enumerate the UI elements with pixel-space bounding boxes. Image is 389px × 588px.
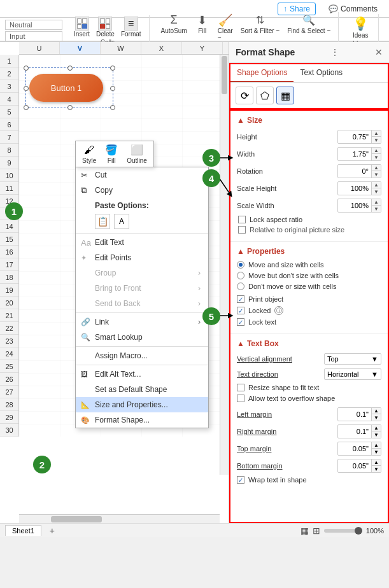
cm-send-back[interactable]: Send to Back › (76, 296, 208, 311)
cm-cut[interactable]: ✂ Cut (76, 167, 208, 183)
locked-checkbox[interactable]: ✓ (237, 307, 244, 314)
top-margin-field[interactable]: ▲ ▼ (337, 442, 381, 456)
locked-info-icon[interactable]: ⓘ (274, 306, 283, 315)
top-margin-up[interactable]: ▲ (372, 442, 381, 449)
width-spin-up[interactable]: ▲ (372, 148, 381, 154)
top-margin-input[interactable] (338, 444, 371, 454)
scale-height-field[interactable]: ▲ ▼ (337, 181, 381, 195)
height-spin-up[interactable]: ▲ (372, 130, 381, 137)
style-button[interactable]: 🖌 Style (82, 144, 96, 164)
print-object-checkbox[interactable]: ✓ (237, 295, 244, 303)
relative-original-checkbox[interactable] (238, 226, 246, 234)
row-num-1: 1 (0, 55, 18, 67)
outline-button[interactable]: ⬜ Outline (127, 144, 147, 164)
size-section-title[interactable]: ▲ Size (237, 116, 381, 125)
vertical-alignment-select[interactable]: Top ▼ (324, 353, 381, 365)
left-margin-input[interactable] (338, 409, 371, 419)
rotation-field[interactable]: ▲ ▼ (337, 164, 381, 178)
right-margin-field[interactable]: ▲ ▼ (337, 424, 381, 438)
zoom-slider[interactable] (324, 529, 362, 533)
cm-format-shape[interactable]: 🎨 Format Shape... (76, 412, 208, 428)
textbox-section-title[interactable]: ▲ Text Box (237, 339, 381, 348)
bottom-margin-input[interactable] (338, 461, 371, 471)
sheet-tab[interactable]: Sheet1 (5, 525, 41, 536)
left-margin-field[interactable]: ▲ ▼ (337, 407, 381, 421)
width-field[interactable]: ▲ ▼ (337, 147, 381, 161)
cm-copy[interactable]: ⧉ Copy (76, 183, 208, 198)
panel-icon-fill[interactable]: ⟳ (236, 87, 253, 104)
vertical-scrollbar[interactable] (220, 55, 229, 475)
width-spin-dn[interactable]: ▼ (372, 154, 381, 160)
scale-width-input[interactable] (338, 200, 371, 211)
left-margin-up[interactable]: ▲ (372, 408, 381, 414)
rotation-spin-up[interactable]: ▲ (372, 165, 381, 171)
radio-move-size-btn[interactable] (237, 261, 244, 269)
rotation-spin-dn[interactable]: ▼ (372, 171, 381, 178)
panel-icon-layout[interactable]: ▦ (276, 87, 294, 104)
grid-view-button[interactable]: ▦ (301, 526, 309, 536)
cm-edit-points[interactable]: ✦ Edit Points (76, 250, 208, 265)
properties-section-title[interactable]: ▲ Properties (237, 247, 381, 256)
tab-shape-options[interactable]: Shape Options (230, 64, 294, 82)
right-margin-dn[interactable]: ▼ (372, 431, 381, 438)
fill-tb-button[interactable]: 🪣 Fill (105, 144, 118, 164)
left-margin-dn[interactable]: ▼ (372, 414, 381, 421)
page-layout-button[interactable]: ⊞ (313, 526, 320, 536)
bottom-margin-up[interactable]: ▲ (372, 459, 381, 466)
cm-assign-macro[interactable]: Assign Macro... (76, 348, 208, 363)
horizontal-scrollbar[interactable] (19, 514, 220, 523)
panel-close-button[interactable]: ✕ (375, 47, 383, 57)
format-button[interactable]: ≡ Format (118, 15, 144, 39)
text-direction-select[interactable]: Horizontal ▼ (324, 368, 381, 380)
add-sheet-button[interactable]: + (46, 525, 58, 536)
top-margin-dn[interactable]: ▼ (372, 449, 381, 455)
outline-icon: ⬜ (131, 144, 143, 156)
delete-button[interactable]: Delete (94, 15, 117, 39)
row-num-23: 23 (0, 335, 18, 347)
cm-edit-alt[interactable]: 🖼 Edit Alt Text... (76, 367, 208, 382)
sort-filter-button[interactable]: ⇅ Sort & Filter ~ (238, 12, 282, 43)
scale-height-spin-dn[interactable]: ▼ (372, 188, 381, 195)
right-margin-up[interactable]: ▲ (372, 425, 381, 431)
wrap-text-checkbox[interactable]: ✓ (237, 476, 244, 484)
cm-set-default[interactable]: Set as Default Shape (76, 382, 208, 397)
cm-group[interactable]: Group › (76, 265, 208, 281)
clear-button[interactable]: 🧹 Clear ~ (215, 12, 236, 43)
bottom-margin-field[interactable]: ▲ ▼ (337, 459, 381, 473)
radio-move-no-size-btn[interactable] (237, 272, 244, 279)
panel-icon-effects[interactable]: ⬠ (256, 87, 274, 104)
lock-aspect-checkbox[interactable] (238, 216, 246, 223)
cm-paste-icons[interactable]: 📋 A (76, 211, 208, 232)
cm-bring-front[interactable]: Bring to Front › (76, 281, 208, 296)
lock-text-checkbox[interactable]: ✓ (237, 318, 244, 326)
height-input[interactable] (338, 132, 371, 142)
cm-size-props[interactable]: 📐 Size and Properties... (76, 397, 208, 412)
cm-link[interactable]: 🔗 Link › (76, 314, 208, 330)
cm-edit-text[interactable]: Aa Edit Text (76, 235, 208, 250)
ideas-button[interactable]: 💡 Ideas (348, 14, 373, 40)
height-field[interactable]: ▲ ▼ (337, 130, 381, 144)
cm-smart-lookup[interactable]: 🔍 Smart Lookup (76, 330, 208, 345)
scale-height-input[interactable] (338, 183, 371, 193)
radio-no-move-no-size-btn[interactable] (237, 283, 244, 290)
rotation-input[interactable] (338, 166, 371, 176)
scale-width-spin-dn[interactable]: ▼ (372, 206, 381, 212)
bottom-margin-dn[interactable]: ▼ (372, 466, 381, 472)
autosum-button[interactable]: Σ AutoSum (159, 12, 190, 43)
right-margin-input[interactable] (338, 426, 371, 437)
scale-width-spin-up[interactable]: ▲ (372, 199, 381, 206)
scale-height-spin-up[interactable]: ▲ (372, 182, 381, 188)
tab-text-options[interactable]: Text Options (294, 64, 349, 82)
insert-button[interactable]: Insert (71, 15, 92, 39)
paste-icon-1[interactable]: 📋 (95, 214, 110, 229)
paste-icon-2[interactable]: A (114, 214, 129, 229)
panel-options-icon[interactable]: ⋮ (330, 47, 339, 57)
height-spin-dn[interactable]: ▼ (372, 137, 381, 143)
resize-shape-checkbox[interactable] (237, 384, 244, 391)
scale-width-field[interactable]: ▲ ▼ (337, 199, 381, 213)
width-input[interactable] (338, 149, 371, 159)
fill-button[interactable]: ⬇ Fill (192, 12, 213, 43)
allow-overflow-checkbox[interactable] (237, 395, 244, 402)
shape-button[interactable]: Button 1 (29, 74, 103, 102)
find-select-button[interactable]: 🔍 Find & Select ~ (285, 12, 333, 43)
